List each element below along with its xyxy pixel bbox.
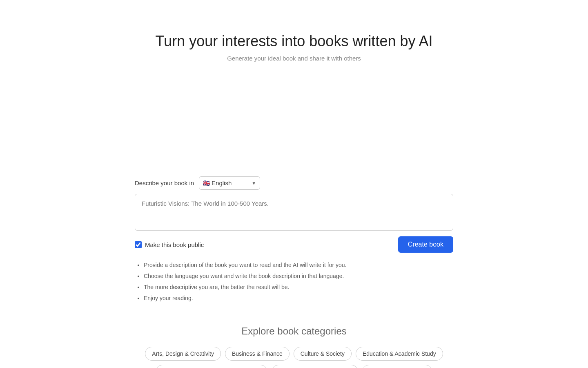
category-tag-history[interactable]: History & Archaeology [362,365,432,368]
hint-2: Choose the language you want and write t… [144,272,453,280]
language-select[interactable]: English French Spanish German [199,176,260,190]
public-checkbox-row: Make this book public [135,241,204,248]
hint-1: Provide a description of the book you wa… [144,261,453,269]
language-row: Describe your book in 🇬🇧 English French … [135,176,453,190]
category-tag-arts[interactable]: Arts, Design & Creativity [145,347,221,361]
action-row: Make this book public Create book [135,236,453,253]
categories-title: Explore book categories [135,325,453,337]
book-description-input[interactable] [135,194,453,231]
create-book-button[interactable]: Create book [398,236,453,253]
category-tag-education[interactable]: Education & Academic Study [356,347,443,361]
category-tag-health[interactable]: Health, Wellness & Medicine [272,365,358,368]
hint-4: Enjoy your reading. [144,294,453,303]
public-checkbox[interactable] [135,241,142,248]
language-label: Describe your book in [135,180,194,186]
category-tag-culture[interactable]: Culture & Society [294,347,352,361]
hint-3: The more descriptive you are, the better… [144,283,453,292]
public-label: Make this book public [145,241,204,248]
hints-list: Provide a description of the book you wa… [135,261,453,305]
category-tag-business[interactable]: Business & Finance [225,347,290,361]
categories-section: Explore book categories Arts, Design & C… [135,325,453,368]
page-title: Turn your interests into books written b… [156,33,433,50]
category-tag-environment[interactable]: Environmental Studies & Sustainability [156,365,267,368]
language-select-wrapper: 🇬🇧 English French Spanish German ▼ [199,176,260,190]
page-subtitle: Generate your ideal book and share it wi… [227,55,361,62]
book-form: Describe your book in 🇬🇧 English French … [135,176,453,305]
categories-grid: Arts, Design & Creativity Business & Fin… [135,347,453,368]
